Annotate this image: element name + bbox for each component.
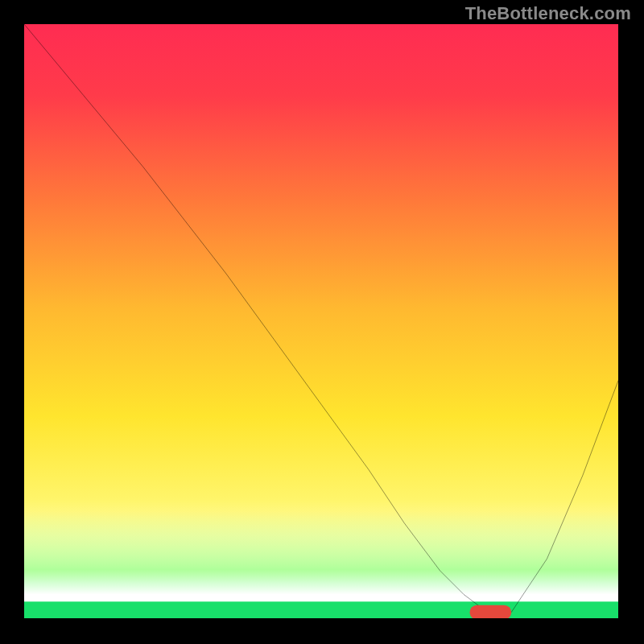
bottom-green-band <box>24 511 618 594</box>
optimum-marker <box>470 605 512 618</box>
watermark-text: TheBottleneck.com <box>465 3 631 24</box>
bottleneck-plot <box>24 24 618 618</box>
chart-frame: TheBottleneck.com <box>0 0 644 644</box>
baseline-strip <box>24 601 618 618</box>
